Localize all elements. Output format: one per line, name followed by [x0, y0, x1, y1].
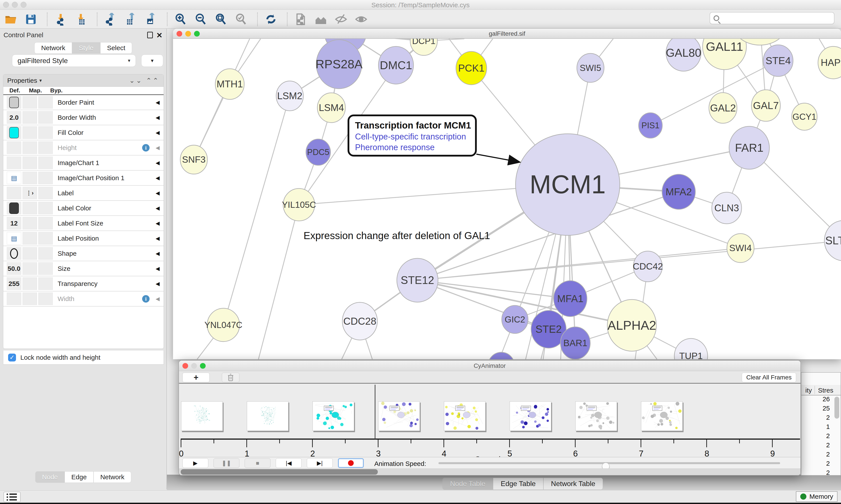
- refresh-layout-icon[interactable]: [265, 13, 277, 25]
- def-cell[interactable]: [7, 96, 21, 109]
- expand-arrow-icon[interactable]: ◀: [156, 205, 160, 211]
- frame-thumbnail-1[interactable]: [247, 401, 288, 431]
- property-row[interactable]: Fill Color◀: [3, 125, 164, 140]
- network-node-rps28a[interactable]: RPS28A: [316, 40, 363, 89]
- style-selector[interactable]: galFiltered Style ▾: [12, 55, 136, 67]
- network-node-mfa1[interactable]: MFA1: [554, 281, 587, 317]
- def-cell[interactable]: [7, 247, 21, 260]
- property-row[interactable]: 255Transparency◀: [3, 276, 164, 291]
- network-node-dcp1[interactable]: DCP1: [410, 39, 437, 55]
- byp-cell[interactable]: [38, 172, 53, 184]
- byp-cell[interactable]: [38, 111, 53, 124]
- tab-style[interactable]: Style: [72, 42, 100, 54]
- add-frame-button[interactable]: +: [182, 373, 210, 382]
- map-cell[interactable]: [22, 126, 37, 139]
- expand-arrow-icon[interactable]: ◀: [156, 190, 160, 196]
- property-row[interactable]: ▤Image/Chart Position 1◀: [3, 170, 164, 186]
- import-network-icon[interactable]: [54, 13, 67, 25]
- network-node-sliver[interactable]: [488, 352, 515, 359]
- annotation-link[interactable]: Cell-type-specific transcription: [355, 132, 475, 141]
- network-node-cdc42[interactable]: CDC42: [633, 251, 663, 282]
- byp-cell[interactable]: [38, 217, 53, 230]
- map-cell[interactable]: [22, 262, 37, 275]
- stop-button[interactable]: ■: [245, 458, 270, 468]
- def-cell[interactable]: [7, 187, 21, 199]
- property-row[interactable]: 12Label Font Size◀: [3, 216, 164, 231]
- export-image-icon[interactable]: [145, 13, 157, 25]
- map-cell[interactable]: [22, 232, 37, 245]
- zoom-out-icon[interactable]: [195, 13, 207, 25]
- properties-header[interactable]: Properties ▾ ⌄⌄ ⌃⌃: [3, 74, 164, 87]
- network-node-hap2[interactable]: HAP2: [818, 47, 841, 79]
- expand-collapse-icons[interactable]: ⌄⌄ ⌃⌃: [129, 77, 160, 84]
- network-node-gal80[interactable]: GAL80: [666, 39, 701, 71]
- record-button[interactable]: [338, 458, 364, 468]
- map-cell[interactable]: ⋮›: [22, 187, 37, 199]
- network-overview-icon[interactable]: [294, 13, 307, 25]
- map-cell[interactable]: [22, 247, 37, 260]
- annotation-link[interactable]: Pheromone response: [355, 143, 475, 152]
- expand-arrow-icon[interactable]: ◀: [156, 296, 160, 302]
- table-row[interactable]: 2: [801, 451, 832, 460]
- zoom-selected-icon[interactable]: [235, 13, 248, 25]
- map-cell[interactable]: [22, 217, 37, 230]
- table-row[interactable]: 2: [801, 469, 832, 478]
- def-cell[interactable]: 12: [7, 217, 21, 230]
- network-node-ste4[interactable]: STE4: [763, 45, 793, 76]
- network-node-pdc5[interactable]: PDC5: [306, 139, 330, 165]
- expand-arrow-icon[interactable]: ◀: [156, 235, 160, 241]
- def-cell[interactable]: [7, 202, 21, 214]
- frame-thumbnail-3[interactable]: [378, 401, 420, 431]
- skip-to-start-button[interactable]: |◀: [276, 458, 302, 468]
- expand-arrow-icon[interactable]: ◀: [156, 250, 160, 257]
- network-canvas[interactable]: DCP1RPS28ADMC1PCK1SWI5GAL80GAL11STE4HAP2…: [173, 39, 841, 359]
- tab-edge-table[interactable]: Edge Table: [493, 478, 543, 490]
- network-node-slt[interactable]: SLT: [824, 220, 841, 261]
- column-divider[interactable]: [815, 386, 815, 394]
- byp-cell[interactable]: [38, 96, 53, 109]
- network-node-mcm1[interactable]: MCM1: [516, 134, 620, 235]
- network-node-lsm2[interactable]: LSM2: [276, 81, 303, 111]
- import-table-icon[interactable]: [74, 13, 87, 25]
- map-cell[interactable]: [22, 111, 37, 124]
- frame-thumbnail-5[interactable]: [509, 401, 551, 431]
- table-vscrollbar[interactable]: [835, 397, 839, 419]
- float-panel-icon[interactable]: [147, 32, 153, 38]
- byp-cell[interactable]: [38, 126, 53, 139]
- expand-arrow-icon[interactable]: ◀: [156, 145, 160, 151]
- expand-arrow-icon[interactable]: ◀: [156, 281, 160, 287]
- network-node-mth1[interactable]: MTH1: [215, 69, 244, 100]
- close-panel-icon[interactable]: ✕: [156, 31, 163, 40]
- save-session-icon[interactable]: [24, 13, 37, 25]
- map-cell[interactable]: [22, 141, 37, 154]
- open-session-icon[interactable]: [4, 13, 17, 25]
- property-row[interactable]: 50.0Size◀: [3, 261, 164, 276]
- show-all-icon[interactable]: [355, 13, 368, 25]
- frame-thumbnail-0[interactable]: [181, 401, 223, 431]
- property-row[interactable]: Label Color◀: [3, 201, 164, 216]
- table-row[interactable]: 2: [801, 460, 832, 469]
- network-node-dmc1[interactable]: DMC1: [378, 47, 413, 84]
- map-cell[interactable]: [22, 157, 37, 169]
- panel-list-button[interactable]: [3, 492, 21, 502]
- network-node-ste12[interactable]: STE12: [397, 258, 438, 302]
- map-cell[interactable]: [22, 96, 37, 109]
- property-row[interactable]: ⋮›Label◀: [3, 186, 164, 201]
- def-cell[interactable]: [7, 157, 21, 169]
- def-cell[interactable]: ▤: [7, 232, 21, 245]
- tab-network[interactable]: Network: [34, 42, 72, 54]
- map-cell[interactable]: [22, 202, 37, 214]
- network-node-yil105c[interactable]: YIL105C: [282, 188, 316, 221]
- hide-selected-icon[interactable]: [335, 13, 347, 25]
- byp-cell[interactable]: [38, 157, 53, 169]
- expand-arrow-icon[interactable]: ◀: [156, 114, 160, 121]
- def-cell[interactable]: 50.0: [7, 262, 21, 275]
- frame-thumbnail-6[interactable]: [575, 401, 617, 431]
- clear-all-frames-button[interactable]: Clear All Frames: [742, 373, 796, 382]
- network-node-gal2[interactable]: GAL2: [709, 93, 737, 123]
- search-input[interactable]: [722, 14, 834, 22]
- skip-to-end-button[interactable]: ▶|: [307, 458, 333, 468]
- def-cell[interactable]: ▤: [7, 172, 21, 184]
- playhead[interactable]: [375, 385, 375, 439]
- network-node-swi4[interactable]: SWI4: [727, 234, 754, 263]
